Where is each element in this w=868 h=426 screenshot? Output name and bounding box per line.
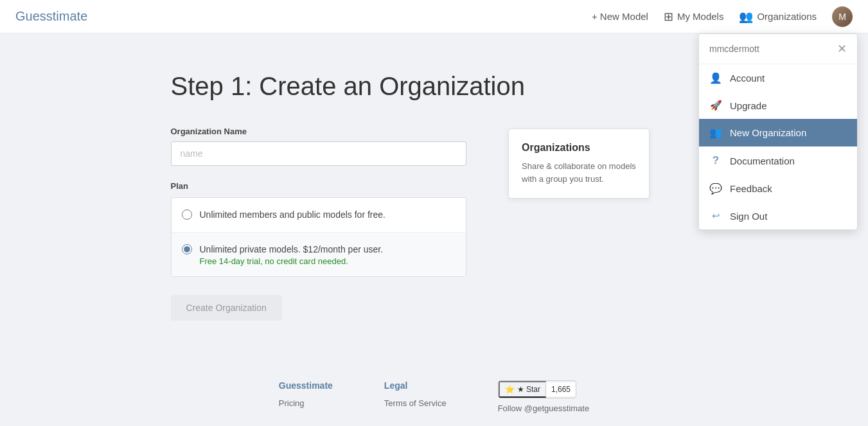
my-models-button[interactable]: ⊞ My Models	[664, 10, 724, 24]
create-organization-button[interactable]: Create Organization	[171, 295, 282, 321]
footer-col-legal: Legal Terms of Service	[384, 380, 447, 408]
github-star-label: ★ Star	[517, 385, 540, 394]
plan-paid-text: Unlimited private models. $12/month per …	[200, 243, 384, 256]
avatar[interactable]: M	[832, 6, 853, 27]
org-name-input[interactable]	[171, 141, 466, 166]
footer-guesstimate-heading: Guesstimate	[279, 380, 333, 391]
upgrade-label: Upgrade	[730, 100, 767, 111]
github-star-count: 1,665	[546, 382, 576, 396]
user-dropdown: mmcdermott ✕ 👤 Account 🚀 Upgrade 👥 New O…	[698, 33, 858, 230]
plan-options: Unlimited members and public models for …	[171, 197, 466, 277]
brand-logo[interactable]: Guesstimate	[15, 9, 87, 24]
navbar-actions: + New Model ⊞ My Models 👥 Organizations …	[592, 6, 853, 27]
plan-option-paid[interactable]: Unlimited private models. $12/month per …	[172, 233, 466, 276]
dropdown-username: mmcdermott	[709, 44, 759, 54]
navbar: Guesstimate + New Model ⊞ My Models 👥 Or…	[0, 0, 868, 33]
menu-item-upgrade[interactable]: 🚀 Upgrade	[699, 92, 857, 119]
menu-item-feedback[interactable]: 💬 Feedback	[699, 175, 857, 202]
new-org-label: New Organization	[730, 127, 806, 138]
footer-col-guesstimate: Guesstimate Pricing	[279, 380, 333, 408]
models-icon: ⊞	[664, 10, 673, 24]
menu-item-documentation[interactable]: ? Documentation	[699, 146, 857, 175]
plan-option-free[interactable]: Unlimited members and public models for …	[172, 198, 466, 233]
documentation-label: Documentation	[730, 155, 795, 166]
footer: Guesstimate Pricing Legal Terms of Servi…	[0, 368, 868, 426]
organizations-side-card: Organizations Share & collaborate on mod…	[508, 129, 650, 199]
dropdown-close-button[interactable]: ✕	[837, 43, 847, 55]
follow-link[interactable]: Follow @getguesstimate	[498, 404, 590, 413]
account-icon: 👤	[709, 72, 722, 84]
my-models-label: My Models	[677, 11, 724, 22]
menu-item-new-organization[interactable]: 👥 New Organization	[699, 119, 857, 146]
plan-free-text: Unlimited members and public models for …	[200, 208, 385, 222]
side-card-title: Organizations	[522, 142, 636, 154]
github-star-widget: ⭐ ★ Star 1,665	[498, 380, 576, 398]
dropdown-header: mmcdermott ✕	[699, 34, 857, 64]
create-btn-label: Create Organization	[186, 303, 267, 313]
footer-pricing-link[interactable]: Pricing	[279, 398, 333, 408]
menu-item-sign-out[interactable]: ↩ Sign Out	[699, 202, 857, 229]
orgs-icon: 👥	[739, 10, 753, 24]
footer-tos-link[interactable]: Terms of Service	[384, 398, 447, 408]
footer-legal-heading: Legal	[384, 380, 447, 391]
documentation-icon: ?	[709, 154, 722, 167]
new-model-label: + New Model	[592, 11, 648, 22]
page-title: Step 1: Create an Organization	[171, 72, 698, 101]
side-card-text: Share & collaborate on models with a gro…	[522, 160, 636, 185]
sign-out-label: Sign Out	[730, 211, 767, 222]
new-model-button[interactable]: + New Model	[592, 11, 648, 22]
plan-free-trial-text: Free 14-day trial, no credit card needed…	[200, 256, 384, 266]
organizations-button[interactable]: 👥 Organizations	[739, 10, 817, 24]
new-org-icon: 👥	[709, 127, 722, 139]
sign-out-icon: ↩	[709, 210, 722, 222]
upgrade-icon: 🚀	[709, 100, 722, 111]
account-label: Account	[730, 73, 765, 84]
github-star-icon: ⭐	[505, 385, 515, 394]
menu-item-account[interactable]: 👤 Account	[699, 64, 857, 92]
footer-github: ⭐ ★ Star 1,665 Follow @getguesstimate	[498, 380, 590, 413]
feedback-label: Feedback	[730, 183, 772, 194]
organizations-label: Organizations	[757, 11, 817, 22]
plan-radio-free[interactable]	[182, 209, 192, 220]
github-star-button[interactable]: ⭐ ★ Star	[499, 381, 546, 398]
plan-radio-paid[interactable]	[182, 244, 192, 254]
feedback-icon: 💬	[709, 182, 722, 195]
